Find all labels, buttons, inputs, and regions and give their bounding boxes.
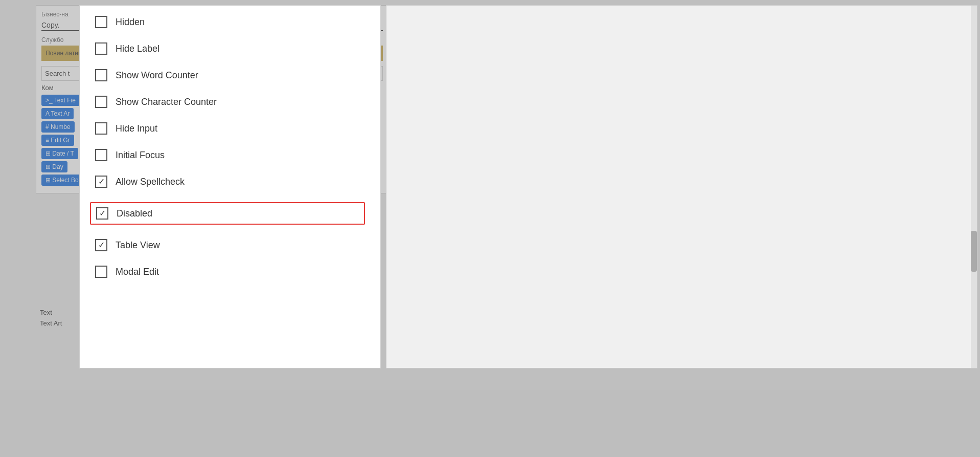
checkmark-disabled-icon: ✓: [99, 209, 106, 217]
checkbox-allow-spellcheck: ✓ Allow Spellcheck: [95, 176, 365, 188]
modal-overlay: Hidden Hide Label Show Word Counter Show…: [0, 0, 980, 457]
checkbox-disabled-label: Disabled: [117, 208, 152, 219]
checkbox-disabled: ✓ Disabled: [90, 202, 365, 225]
checkbox-hide-input-input[interactable]: [95, 122, 107, 135]
checkbox-show-character-counter-label: Show Character Counter: [116, 97, 217, 107]
checkmark-allow-spellcheck-icon: ✓: [98, 178, 105, 186]
checkbox-show-character-counter: Show Character Counter: [95, 96, 365, 108]
checkbox-initial-focus-label: Initial Focus: [116, 150, 165, 161]
checkbox-hide-label: Hide Label: [95, 42, 365, 55]
scrollbar-track[interactable]: [971, 6, 977, 368]
checkbox-hidden-input[interactable]: [95, 16, 107, 28]
checkbox-initial-focus: Initial Focus: [95, 149, 365, 161]
checkbox-table-view-input[interactable]: ✓: [95, 239, 107, 251]
checkbox-disabled-input[interactable]: ✓: [96, 207, 108, 220]
checkbox-table-view: ✓ Table View: [95, 239, 365, 251]
modal-content: Hidden Hide Label Show Word Counter Show…: [80, 6, 380, 368]
checkbox-hide-label-input[interactable]: [95, 42, 107, 55]
checkbox-modal-edit: Modal Edit: [95, 266, 365, 278]
checkbox-show-word-counter-label: Show Word Counter: [116, 70, 198, 81]
checkbox-hide-input: Hide Input: [95, 122, 365, 135]
checkbox-modal-edit-input[interactable]: [95, 266, 107, 278]
checkbox-show-word-counter: Show Word Counter: [95, 69, 365, 81]
checkbox-hide-label-text: Hide Label: [116, 43, 159, 54]
modal-panel: Hidden Hide Label Show Word Counter Show…: [79, 5, 381, 368]
checkbox-hidden: Hidden: [95, 16, 365, 28]
checkbox-hidden-label: Hidden: [116, 17, 145, 28]
checkbox-modal-edit-label: Modal Edit: [116, 267, 159, 277]
checkbox-allow-spellcheck-input[interactable]: ✓: [95, 176, 107, 188]
checkbox-show-word-counter-input[interactable]: [95, 69, 107, 81]
checkbox-table-view-label: Table View: [116, 240, 160, 251]
checkbox-hide-input-label: Hide Input: [116, 123, 157, 134]
checkbox-allow-spellcheck-label: Allow Spellcheck: [116, 177, 185, 187]
checkmark-table-view-icon: ✓: [98, 241, 105, 249]
checkbox-initial-focus-input[interactable]: [95, 149, 107, 161]
modal-right-panel: [386, 5, 977, 368]
scrollbar-thumb[interactable]: [971, 231, 977, 272]
checkbox-show-character-counter-input[interactable]: [95, 96, 107, 108]
